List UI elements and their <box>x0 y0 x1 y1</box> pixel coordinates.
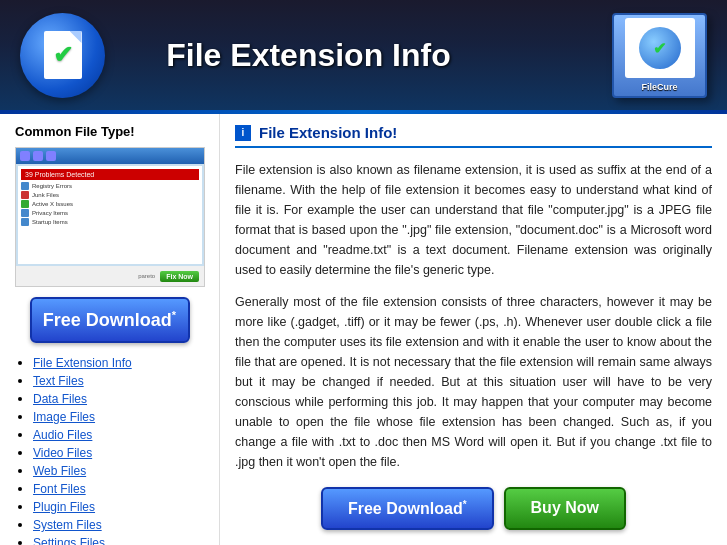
ss-content: 39 Problems Detected Registry Errors Jun… <box>18 166 202 264</box>
content-area: i File Extension Info! File extension is… <box>220 114 727 545</box>
btn-buy-label: Buy Now <box>531 499 599 516</box>
header-title: File Extension Info <box>105 37 512 74</box>
sidebar-link[interactable]: System Files <box>33 518 102 532</box>
sidebar-link[interactable]: Video Files <box>33 446 92 460</box>
sidebar-free-download-button[interactable]: Free Download* <box>30 297 190 343</box>
list-item: Font Files <box>33 481 204 496</box>
content-title: File Extension Info! <box>259 124 397 141</box>
list-item: Audio Files <box>33 427 204 442</box>
filecure-label: FileCure <box>641 82 677 92</box>
ss-row-5: Startup Items <box>21 218 199 226</box>
download-button-row: Free Download* Buy Now <box>235 487 712 530</box>
ss-fix-button: Fix Now <box>160 271 199 282</box>
ss-item-icon-3 <box>21 218 29 226</box>
content-header: i File Extension Info! <box>235 124 712 148</box>
sidebar-link[interactable]: Plugin Files <box>33 500 95 514</box>
sidebar-link[interactable]: Font Files <box>33 482 86 496</box>
filecure-checkmark-icon: ✔ <box>653 39 666 58</box>
asterisk-label: * <box>172 309 176 321</box>
list-item: File Extension Info <box>33 355 204 370</box>
ss-row-3: Active X Issues <box>21 200 199 208</box>
ss-item-icon-red <box>21 191 29 199</box>
header-logo: ✔ <box>20 13 105 98</box>
sidebar-link[interactable]: Settings Files <box>33 536 105 545</box>
ss-row-2: Junk Files <box>21 191 199 199</box>
filecure-logo-circle: ✔ <box>639 27 681 69</box>
list-item: Plugin Files <box>33 499 204 514</box>
sidebar-link[interactable]: Image Files <box>33 410 95 424</box>
list-item: Text Files <box>33 373 204 388</box>
btn-asterisk: * <box>463 499 467 510</box>
header: ✔ File Extension Info ✔ FileCure <box>0 0 727 110</box>
ss-problems-bar: 39 Problems Detected <box>21 169 199 180</box>
software-screenshot: 39 Problems Detected Registry Errors Jun… <box>15 147 205 287</box>
list-item: System Files <box>33 517 204 532</box>
sidebar-link[interactable]: Audio Files <box>33 428 92 442</box>
ss-row-4: Privacy Items <box>21 209 199 217</box>
sidebar-link[interactable]: Text Files <box>33 374 84 388</box>
info-icon: i <box>242 127 245 138</box>
sidebar-links-list: File Extension InfoText FilesData FilesI… <box>15 355 204 545</box>
buy-now-button[interactable]: Buy Now <box>504 487 626 530</box>
ss-btn-1 <box>20 151 30 161</box>
ss-btn-2 <box>33 151 43 161</box>
sidebar-link[interactable]: File Extension Info <box>33 356 132 370</box>
ss-pareto-label: pareto <box>138 273 155 279</box>
ss-row-1: Registry Errors <box>21 182 199 190</box>
list-item: Web Files <box>33 463 204 478</box>
content-paragraph-1: File extension is also known as filename… <box>235 160 712 280</box>
ss-btn-3 <box>46 151 56 161</box>
checkmark-icon: ✔ <box>53 41 73 69</box>
main-layout: Common File Type! 39 Problems Detected R… <box>0 114 727 545</box>
list-item: Image Files <box>33 409 204 424</box>
ss-bottom-bar: pareto Fix Now <box>16 266 204 286</box>
filecure-inner-box: ✔ <box>625 18 695 78</box>
sidebar-link[interactable]: Web Files <box>33 464 86 478</box>
ss-item-icon-2 <box>21 209 29 217</box>
sidebar-section-title: Common File Type! <box>15 124 204 139</box>
sidebar: Common File Type! 39 Problems Detected R… <box>0 114 220 545</box>
free-download-label: Free Download <box>43 310 172 330</box>
sidebar-link[interactable]: Data Files <box>33 392 87 406</box>
content-header-icon: i <box>235 125 251 141</box>
content-paragraph-2: Generally most of the file extension con… <box>235 292 712 472</box>
ss-item-icon <box>21 182 29 190</box>
content-free-download-button[interactable]: Free Download* <box>321 487 494 530</box>
filecure-product-box[interactable]: ✔ FileCure <box>612 13 707 98</box>
list-item: Data Files <box>33 391 204 406</box>
list-item: Settings Files <box>33 535 204 545</box>
list-item: Video Files <box>33 445 204 460</box>
logo-document-icon: ✔ <box>44 31 82 79</box>
ss-item-icon-green <box>21 200 29 208</box>
ss-titlebar <box>16 148 204 164</box>
screenshot-inner: 39 Problems Detected Registry Errors Jun… <box>16 148 204 286</box>
btn-free-label: Free Download <box>348 500 463 517</box>
